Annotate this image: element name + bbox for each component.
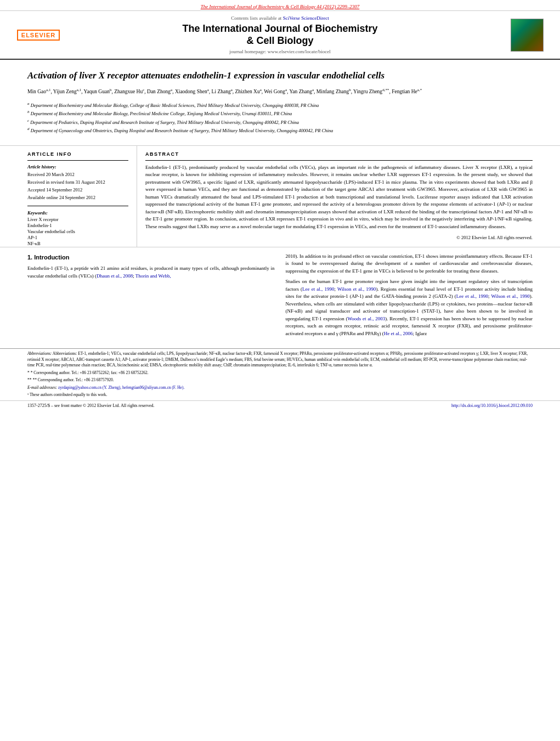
- page: The International Journal of Biochemistr…: [0, 0, 560, 741]
- equal-contribution: ¹ These authors contributed equally to t…: [27, 392, 533, 398]
- ref-he2006[interactable]: He et al., 2006: [384, 331, 413, 336]
- article-title-section: Activation of liver X receptor attenuate…: [0, 60, 560, 142]
- sciverse-link[interactable]: SciVerse ScienceDirect: [283, 15, 329, 21]
- ref-woods2003[interactable]: Woods et al., 2003: [348, 316, 386, 321]
- left-column: ARTICLE INFO Article history: Received 2…: [27, 146, 137, 247]
- keywords-list: Liver X receptor Endothelin-1 Vascular e…: [27, 217, 128, 246]
- email-addresses: E-mail addresses: zyrdaping@yahoo.com.cn…: [27, 385, 533, 391]
- keywords-label: Keywords:: [27, 210, 48, 216]
- intro-heading: 1. Introduction: [27, 253, 275, 262]
- intro-right-col: 2010). In addition to its profound effec…: [286, 253, 533, 341]
- article-history-label: Article history:: [27, 164, 56, 169]
- elsevier-logo: ELSEVIER: [16, 30, 60, 41]
- keywords-divider: [27, 206, 128, 206]
- intro-left-text: Endothelin-1 (ET-1), a peptide with 21 a…: [27, 265, 275, 280]
- top-banner: The International Journal of Biochemistr…: [0, 0, 560, 11]
- journal-title-line1: The International Journal of Biochemistr…: [182, 23, 377, 34]
- ref-thorin[interactable]: Thorin and Webb,: [135, 273, 171, 279]
- abstract-divider: [145, 160, 533, 161]
- ref-dhaun[interactable]: Dhaun et al., 2008: [97, 273, 133, 279]
- email-link-1[interactable]: zyrdaping@yahoo.com.cn (Y. Zheng),: [58, 385, 121, 390]
- journal-homepage: journal homepage: www.elsevier.com/locat…: [60, 49, 500, 54]
- authors: Min Gaoa,1, Yijun Zenga,1, Yaqun Guanb, …: [27, 87, 533, 96]
- article-title: Activation of liver X receptor attenuate…: [27, 70, 533, 82]
- elsevier-logo-text: ELSEVIER: [21, 32, 55, 38]
- affiliation-c: c Department of Pediatrics, Daping Hospi…: [27, 118, 533, 126]
- abstract-text: Endothelin-1 (ET-1), predominantly produ…: [145, 164, 533, 231]
- contents-text: Contents lists available at: [231, 15, 281, 21]
- keyword-3: Vascular endothelial cells: [27, 229, 128, 234]
- journal-title-block: Contents lists available at SciVerse Sci…: [60, 15, 500, 54]
- intro-right-p2: Studies on the human ET-1 gene promoter …: [286, 278, 533, 337]
- article-history: Article history:: [27, 164, 128, 169]
- intro-two-col: 1. Introduction Endothelin-1 (ET-1), a p…: [27, 253, 533, 341]
- abbreviations-text: Abbreviations: Abbreviations: ET-1, endo…: [27, 351, 533, 369]
- intro-left-col: 1. Introduction Endothelin-1 (ET-1), a p…: [27, 253, 275, 341]
- issn-text: 1357-2725/$ – see front matter © 2012 El…: [27, 403, 155, 408]
- abstract-label: ABSTRACT: [145, 151, 533, 157]
- journal-title: The International Journal of Biochemistr…: [60, 23, 500, 47]
- affiliation-b: b Department of Biochemistry and Molecul…: [27, 109, 533, 117]
- affiliations: a Department of Biochemistry and Molecul…: [27, 101, 533, 134]
- keyword-4: AP-1: [27, 235, 128, 240]
- divider: [27, 160, 128, 161]
- copyright: © 2012 Elsevier Ltd. All rights reserved…: [145, 235, 533, 240]
- available-online-date: Available online 24 September 2012: [27, 195, 128, 200]
- journal-title-line2: & Cell Biology: [246, 35, 313, 46]
- keyword-5: NF-κB: [27, 241, 128, 246]
- keyword-2: Endothelin-1: [27, 223, 128, 228]
- doi-link[interactable]: http://dx.doi.org/10.1016/j.biocel.2012.…: [451, 403, 533, 408]
- journal-cover-image: [500, 19, 544, 52]
- ref-lee1990[interactable]: Lee et al., 1990: [302, 286, 334, 292]
- ref-wilson1990b[interactable]: Wilson et al., 1990: [491, 293, 529, 299]
- cover-thumbnail: [511, 19, 544, 52]
- body-content: 1. Introduction Endothelin-1 (ET-1), a p…: [0, 247, 560, 347]
- affiliation-d: d Department of Gynaecology and Obstetri…: [27, 126, 533, 134]
- corresponding-2: ** ** Corresponding author. Tel.: +86 23…: [27, 377, 533, 383]
- right-column: ABSTRACT Endothelin-1 (ET-1), predominan…: [137, 146, 533, 247]
- affiliation-a: a Department of Biochemistry and Molecul…: [27, 101, 533, 109]
- received-revised-date: Received in revised form 31 August 2012: [27, 179, 128, 185]
- email-link-2[interactable]: hefengtian06@aliyun.com.cn (F. He).: [122, 385, 184, 390]
- intro-right-p1: 2010). In addition to its profound effec…: [286, 253, 533, 275]
- journal-citation: The International Journal of Biochemistr…: [201, 4, 359, 9]
- keywords-section: Keywords: Liver X receptor Endothelin-1 …: [27, 206, 128, 246]
- journal-header: ELSEVIER Contents lists available at Sci…: [0, 11, 560, 60]
- bottom-bar: 1357-2725/$ – see front matter © 2012 El…: [0, 400, 560, 410]
- abbreviations-section: Abbreviations: Abbreviations: ET-1, endo…: [0, 348, 560, 398]
- received-date: Received 20 March 2012: [27, 172, 128, 177]
- article-info-label: ARTICLE INFO: [27, 151, 128, 157]
- ref-wilson1990[interactable]: Wilson et al., 1990: [337, 286, 376, 292]
- keyword-1: Liver X receptor: [27, 217, 128, 222]
- ref-lee1990b[interactable]: Lee et al., 1990: [456, 293, 488, 299]
- accepted-date: Accepted 14 September 2012: [27, 187, 128, 193]
- article-info-abstract: ARTICLE INFO Article history: Received 2…: [0, 145, 560, 247]
- homepage-text: journal homepage: www.elsevier.com/locat…: [229, 49, 330, 54]
- contents-available: Contents lists available at SciVerse Sci…: [60, 15, 500, 21]
- corresponding-1: * * Corresponding author. Tel.: +86 23 6…: [27, 370, 533, 376]
